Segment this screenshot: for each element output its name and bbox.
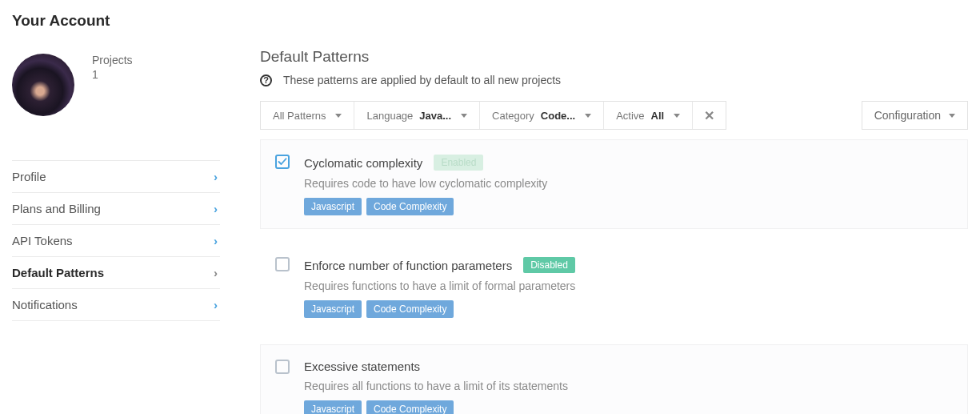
chevron-right-icon: › [214,202,218,215]
configuration-label: Configuration [874,109,941,122]
sidebar-item-label: Notifications [12,298,78,312]
pattern-tags: JavascriptCode Complexity [304,198,953,215]
avatar[interactable] [12,54,74,116]
pattern-card: Cyclomatic complexityEnabledRequires cod… [260,139,968,229]
main-content: Default Patterns ? These patterns are ap… [260,12,968,414]
pattern-tags: JavascriptCode Complexity [304,400,953,414]
check-icon [278,157,287,167]
page-title: Your Account [12,12,220,30]
sidebar-item-label: API Tokens [12,234,73,247]
pattern-title[interactable]: Excessive statements [304,360,420,373]
help-note: ? These patterns are applied by default … [260,74,968,86]
status-badge: Enabled [434,155,483,171]
sidebar-item-default-patterns[interactable]: Default Patterns › [12,257,220,289]
filter-bar: All Patterns Language Java... Category C… [260,101,968,130]
account-summary: Projects 1 [12,54,220,116]
pattern-description: Requires code to have low cyclomatic com… [304,177,953,190]
filter-all-patterns[interactable]: All Patterns [261,102,354,129]
pattern-checkbox[interactable] [275,155,290,169]
filter-label: Active [616,110,644,122]
sidebar-menu: Profile › Plans and Billing › API Tokens… [12,160,220,321]
filter-active[interactable]: Active All [604,102,693,129]
close-icon: ✕ [704,108,714,123]
pattern-description: Requires all functions to have a limit o… [304,380,953,392]
help-text: These patterns are applied by default to… [283,74,561,86]
section-heading: Default Patterns [260,48,968,66]
pattern-checkbox[interactable] [275,360,290,374]
configuration-button[interactable]: Configuration [862,101,968,130]
pattern-description: Requires functions to have a limit of fo… [304,279,953,292]
filter-value: Code... [541,110,575,122]
pattern-tags: JavascriptCode Complexity [304,300,953,318]
chevron-right-icon: › [214,266,218,279]
sidebar-item-notifications[interactable]: Notifications › [12,289,220,321]
tag[interactable]: Code Complexity [366,198,454,215]
filter-value: All [651,110,665,122]
pattern-card: Enforce number of function parametersDis… [260,242,968,332]
sidebar-item-plans-billing[interactable]: Plans and Billing › [12,193,220,225]
chevron-right-icon: › [214,298,218,312]
tag[interactable]: Code Complexity [366,400,454,414]
pattern-title[interactable]: Enforce number of function parameters [304,259,512,272]
filter-value: Java... [419,110,451,122]
sidebar: Your Account Projects 1 Profile › Plans … [12,12,252,414]
filter-language[interactable]: Language Java... [354,102,480,129]
tag[interactable]: Javascript [304,198,362,215]
sidebar-item-label: Plans and Billing [12,202,101,215]
caret-down-icon [585,114,591,118]
sidebar-item-label: Default Patterns [12,266,104,279]
sidebar-item-label: Profile [12,170,46,183]
question-circle-icon: ? [260,74,272,86]
filter-label: All Patterns [273,110,326,122]
tag[interactable]: Javascript [304,300,362,318]
caret-down-icon [949,114,955,118]
status-badge: Disabled [523,257,575,273]
tag[interactable]: Javascript [304,400,362,414]
filter-label: Category [492,110,534,122]
pattern-checkbox[interactable] [275,257,290,271]
chevron-right-icon: › [214,170,218,183]
pattern-title[interactable]: Cyclomatic complexity [304,156,422,170]
caret-down-icon [335,114,342,118]
chevron-right-icon: › [214,234,218,247]
caret-down-icon [674,114,680,118]
caret-down-icon [461,114,467,118]
patterns-list: Cyclomatic complexityEnabledRequires cod… [260,139,968,414]
pattern-card: Excessive statementsRequires all functio… [260,344,968,414]
filter-group: All Patterns Language Java... Category C… [260,101,726,130]
filter-category[interactable]: Category Code... [480,102,604,129]
clear-filters-button[interactable]: ✕ [693,102,726,129]
filter-label: Language [366,110,413,122]
sidebar-item-profile[interactable]: Profile › [12,160,220,193]
projects-label: Projects [92,54,133,66]
tag[interactable]: Code Complexity [366,300,454,318]
projects-count: 1 [92,68,133,81]
sidebar-item-api-tokens[interactable]: API Tokens › [12,225,220,257]
